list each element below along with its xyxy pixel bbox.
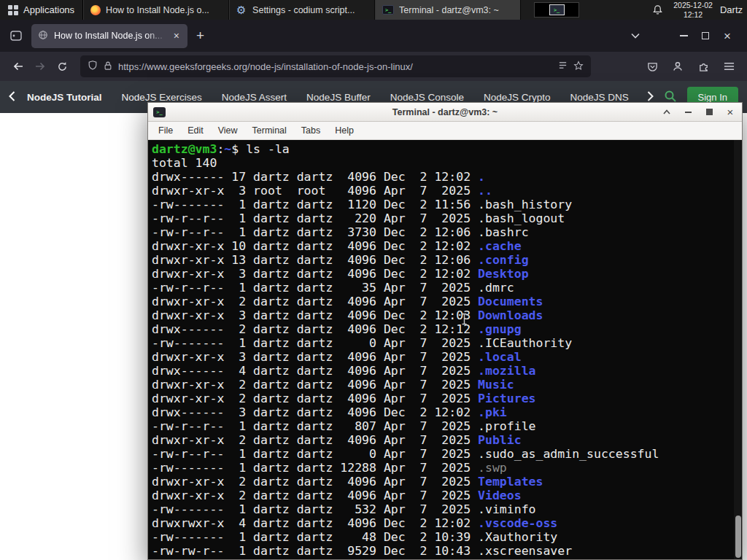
mouse-cursor	[460, 313, 468, 328]
terminal-minimize-button[interactable]	[683, 107, 693, 117]
terminal-window: >_ Terminal - dartz@vm3: ~ × FileEditVie…	[147, 102, 743, 560]
file-name: .bash_history	[478, 198, 572, 211]
tab-list-chevron-icon[interactable]	[624, 25, 646, 47]
taskbar-item[interactable]: ⚙Settings - codium script...	[229, 0, 375, 20]
file-name: .profile	[478, 419, 535, 433]
url-text[interactable]: https://www.geeksforgeeks.org/node-js/in…	[118, 61, 552, 72]
clock-time: 12:12	[673, 10, 713, 20]
terminal-menu-item[interactable]: Help	[328, 125, 361, 136]
terminal-menu-item[interactable]: View	[211, 125, 245, 136]
tab-close-icon[interactable]: ×	[172, 30, 181, 42]
terminal-line: -rw------- 1 dartz dartz 1120 Dec 2 11:5…	[152, 198, 742, 211]
taskbar-item-label: Settings - codium script...	[252, 5, 355, 15]
terminal-maximize-button[interactable]	[704, 107, 714, 117]
back-button[interactable]	[7, 55, 29, 77]
file-name: .swp	[478, 461, 507, 475]
file-name: .cache	[478, 239, 522, 253]
terminal-menu-item[interactable]: Terminal	[245, 125, 294, 136]
file-name: .sudo_as_admin_successful	[478, 447, 659, 461]
window-maximize-button[interactable]	[694, 25, 716, 47]
terminal-prompt-line: dartz@vm3:~$ ls -la	[152, 142, 742, 156]
terminal-line: drwx------ 4 dartz dartz 4096 Apr 7 2025…	[152, 364, 742, 378]
account-icon[interactable]	[667, 55, 689, 77]
terminal-icon: >_	[153, 107, 166, 117]
terminal-scrollbar[interactable]	[734, 140, 742, 559]
site-nav-link[interactable]: NodeJS DNS	[570, 92, 629, 103]
terminal-menu-item[interactable]: Edit	[180, 125, 211, 136]
menu-icon[interactable]	[718, 55, 740, 77]
file-name: .xscreensaver	[478, 544, 572, 558]
clock[interactable]: 2025-12-02 12:12	[673, 1, 713, 19]
terminal-line: drwxr-xr-x 13 dartz dartz 4096 Dec 2 12:…	[152, 253, 742, 267]
terminal-line: drwxr-xr-x 3 root root 4096 Apr 7 2025 .…	[152, 184, 742, 198]
lock-icon[interactable]	[104, 61, 112, 73]
site-nav-link[interactable]: NodeJS Crypto	[484, 92, 551, 103]
site-nav-link[interactable]: NodeJS Buffer	[306, 92, 371, 103]
file-name: Templates	[478, 475, 543, 489]
terminal-menu-bar: FileEditViewTerminalTabsHelp	[148, 122, 742, 140]
tracking-shield-icon[interactable]	[88, 60, 98, 73]
applications-menu[interactable]: Applications	[0, 0, 83, 20]
window-minimize-button[interactable]	[673, 25, 694, 47]
window-close-button[interactable]: ×	[716, 25, 738, 47]
file-name: ..	[478, 184, 492, 198]
site-nav-link[interactable]: NodeJS Tutorial	[27, 92, 102, 103]
terminal-line: drwxr-xr-x 2 dartz dartz 4096 Apr 7 2025…	[152, 378, 742, 392]
bookmark-star-icon[interactable]	[573, 61, 584, 73]
file-name: Public	[478, 433, 522, 447]
terminal-menu-item[interactable]: Tabs	[294, 125, 328, 136]
file-name: .vscode-oss	[478, 516, 557, 530]
clock-date: 2025-12-02	[673, 1, 713, 10]
url-bar[interactable]: https://www.geeksforgeeks.org/node-js/in…	[80, 55, 591, 77]
terminal-line: -rw-r--r-- 1 dartz dartz 0 Apr 7 2025 .s…	[152, 447, 742, 461]
site-nav-link[interactable]: NodeJS Exercises	[122, 92, 202, 103]
terminal-close-button[interactable]: ×	[725, 107, 735, 117]
terminal-line: -rw------- 1 dartz dartz 0 Apr 7 2025 .I…	[152, 336, 742, 350]
taskbar-item[interactable]: >_Terminal - dartz@vm3: ~	[375, 0, 521, 20]
terminal-line: drwx------ 2 dartz dartz 4096 Dec 2 12:1…	[152, 322, 742, 336]
nav-scroll-left-icon[interactable]	[9, 91, 15, 104]
new-tab-button[interactable]: +	[196, 28, 204, 44]
applications-icon	[8, 5, 18, 15]
firefox-icon	[90, 5, 101, 15]
terminal-scrollbar-thumb[interactable]	[735, 516, 741, 558]
browser-tab[interactable]: How to Install Node.js on... ×	[31, 24, 187, 48]
applications-label: Applications	[23, 4, 74, 15]
forward-button[interactable]	[29, 55, 51, 77]
workspace-window-icon: >_	[549, 4, 565, 15]
workspace-switcher[interactable]: >_	[534, 2, 579, 18]
file-name: .bashrc	[478, 225, 529, 239]
file-name: .config	[478, 253, 529, 267]
reader-mode-icon[interactable]	[558, 61, 568, 72]
top-panel: Applications How to Install Node.js o...…	[0, 0, 747, 20]
reload-button[interactable]	[51, 55, 73, 77]
file-name: Desktop	[478, 267, 529, 281]
file-name: Documents	[478, 295, 543, 308]
terminal-menu-item[interactable]: File	[151, 125, 180, 136]
file-name: .dmrc	[478, 281, 514, 295]
terminal-line: drwxr-xr-x 10 dartz dartz 4096 Dec 2 12:…	[152, 239, 742, 253]
file-name: .bash_logout	[478, 211, 565, 225]
site-nav-link[interactable]: NodeJS Console	[390, 92, 464, 103]
extensions-icon[interactable]	[692, 55, 714, 77]
file-name: .Xauthority	[478, 530, 557, 544]
notifications-icon[interactable]	[649, 4, 666, 15]
terminal-line: -rw-r--r-- 1 dartz dartz 35 Apr 7 2025 .…	[152, 281, 742, 295]
taskbar-item-label: Terminal - dartz@vm3: ~	[399, 5, 499, 15]
terminal-output[interactable]: dartz@vm3:~$ ls -latotal 140drwx------ 1…	[148, 140, 742, 559]
terminal-shade-button[interactable]	[662, 107, 672, 117]
taskbar-item[interactable]: How to Install Node.js o...	[83, 0, 229, 20]
file-name: .viminfo	[478, 502, 535, 516]
firefox-view-icon[interactable]	[7, 26, 26, 45]
site-nav-link[interactable]: NodeJS Assert	[222, 92, 287, 103]
pocket-icon[interactable]	[641, 55, 663, 77]
terminal-title-bar[interactable]: >_ Terminal - dartz@vm3: ~ ×	[148, 103, 742, 122]
user-label[interactable]: Dartz	[720, 4, 743, 15]
terminal-line: drwxr-xr-x 2 dartz dartz 4096 Apr 7 2025…	[152, 433, 742, 447]
file-name: Music	[478, 378, 514, 392]
file-name: .gnupg	[478, 322, 522, 336]
terminal-line: drwxrwxr-x 4 dartz dartz 4096 Dec 2 12:0…	[152, 516, 742, 530]
file-name: .local	[478, 350, 522, 364]
nav-scroll-right-icon[interactable]	[647, 91, 654, 104]
settings-icon: ⚙	[236, 4, 247, 15]
